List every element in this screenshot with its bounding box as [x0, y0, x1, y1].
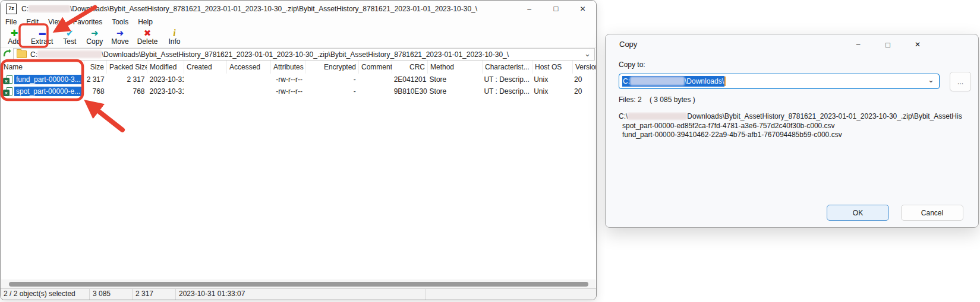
column-header-version[interactable]: Version: [573, 61, 597, 74]
dialog-minimize-button[interactable]: –: [849, 36, 868, 53]
cell-packed: 2 317: [107, 74, 147, 85]
column-header-packed[interactable]: Packed Size: [107, 61, 147, 74]
column-header-created[interactable]: Created: [184, 61, 227, 74]
cell-characteristics: UT : Descrip...: [481, 85, 531, 97]
menu-tools[interactable]: Tools: [107, 17, 133, 27]
minimize-button[interactable]: –: [516, 1, 543, 17]
column-header-characteristics[interactable]: Characterist...: [483, 61, 532, 74]
selected-path-text: C:\Downloads\: [622, 76, 724, 87]
cell-accessed: [226, 74, 270, 85]
source-file-2: fund_part-00000-39410462-22a9-4b75-afb1-…: [622, 131, 842, 139]
toolbar-extract-button[interactable]: ▬Extract: [27, 27, 57, 46]
cell-version: 20: [572, 74, 595, 85]
dialog-close-button[interactable]: ✕: [908, 36, 927, 53]
cell-method: Store: [427, 85, 482, 97]
chevron-down-icon[interactable]: ⌄: [584, 49, 591, 60]
file-name: fund_part-00000-3...: [14, 75, 83, 84]
toolbar-copy-button[interactable]: ➜Copy: [82, 27, 107, 46]
toolbar-button-label: Delete: [137, 38, 158, 46]
root-folder-icon[interactable]: [2, 48, 13, 61]
column-header-method[interactable]: Method: [428, 61, 483, 74]
toolbar-button-label: Test: [63, 38, 76, 46]
address-path: C:\Downloads\Bybit_AssetHistory_8781621_…: [30, 50, 509, 59]
cell-characteristics: UT : Descrip...: [481, 74, 531, 85]
cell-encrypted: -: [305, 85, 358, 97]
cell-accessed: [226, 85, 270, 97]
cell-created: [184, 85, 226, 97]
file-name: spot_part-00000-e...: [14, 87, 82, 96]
column-header-crc[interactable]: CRC: [392, 61, 428, 74]
column-header-attributes[interactable]: Attributes: [271, 61, 305, 74]
cell-host_os: Unix: [531, 74, 572, 85]
cell-size: 768: [84, 85, 107, 97]
7zip-app-icon: 7z: [6, 4, 17, 14]
column-header-host_os[interactable]: Host OS: [532, 61, 573, 74]
cell-attributes: -rw-r--r--: [270, 74, 305, 85]
chevron-down-icon[interactable]: ⌄: [928, 75, 934, 84]
redacted-blur: [630, 77, 685, 85]
source-file-1: spot_part-00000-ed85f2ca-f7fd-4781-a3e6-…: [622, 122, 835, 130]
menu-edit[interactable]: Edit: [21, 17, 43, 27]
destination-path-input[interactable]: C:\Downloads\ ⌄: [619, 74, 940, 89]
cell-crc: 2E041201: [392, 74, 427, 85]
csv-file-icon: x: [3, 87, 13, 96]
desktop-canvas: 7z C:\Downloads\Bybit_AssetHistory_87816…: [0, 0, 980, 302]
status-cell: 2 317: [133, 289, 176, 300]
extract-icon: ▬: [39, 28, 45, 38]
cell-encrypted: -: [305, 74, 358, 85]
horizontal-scrollbar[interactable]: [1, 279, 595, 289]
file-list: xfund_part-00000-3...2 3172 3172023-10-3…: [1, 74, 595, 279]
toolbar-button-label: Extract: [31, 38, 53, 46]
menu-view[interactable]: View: [43, 17, 68, 27]
test-icon: ✔: [66, 28, 74, 38]
toolbar-button-label: Move: [111, 38, 128, 46]
column-header-size[interactable]: Size: [84, 61, 107, 74]
dialog-maximize-button[interactable]: □: [878, 36, 897, 53]
cell-name: xspot_part-00000-e...: [1, 85, 84, 97]
toolbar-delete-button[interactable]: ✖Delete: [133, 27, 162, 46]
file-row[interactable]: xspot_part-00000-e...7687682023-10-31...…: [1, 85, 595, 97]
cell-attributes: -rw-r--r--: [270, 85, 305, 97]
folder-icon: [17, 50, 27, 58]
toolbar-move-button[interactable]: ➜Move: [107, 27, 133, 46]
column-header-modified[interactable]: Modified: [147, 61, 184, 74]
info-icon: i: [173, 28, 175, 38]
browse-button[interactable]: ...: [950, 72, 971, 91]
address-input[interactable]: C:\Downloads\Bybit_AssetHistory_8781621_…: [13, 48, 595, 61]
file-row[interactable]: xfund_part-00000-3...2 3172 3172023-10-3…: [1, 74, 595, 85]
maximize-button[interactable]: □: [543, 1, 569, 17]
menu-favorites[interactable]: Favorites: [68, 17, 107, 27]
close-button[interactable]: ✕: [569, 1, 596, 17]
status-bar: 2 / 2 object(s) selected3 0852 3172023-1…: [1, 288, 596, 300]
text-caret: [724, 77, 726, 86]
delete-icon: ✖: [144, 28, 152, 38]
column-header-encrypted[interactable]: Encrypted: [305, 61, 359, 74]
status-cell: 3 085: [90, 289, 133, 300]
column-header-comment[interactable]: Comment: [359, 61, 392, 74]
cell-name: xfund_part-00000-3...: [1, 74, 84, 85]
menu-file[interactable]: File: [1, 17, 21, 27]
cell-method: Store: [427, 74, 482, 85]
cell-packed: 768: [107, 85, 147, 97]
cancel-button[interactable]: Cancel: [901, 205, 963, 221]
titlebar[interactable]: 7z C:\Downloads\Bybit_AssetHistory_87816…: [1, 1, 596, 17]
status-cell: 2 / 2 object(s) selected: [1, 289, 90, 300]
toolbar-test-button[interactable]: ✔Test: [57, 27, 82, 46]
redacted-blur: [37, 50, 102, 58]
column-header-name[interactable]: Name: [1, 61, 84, 74]
csv-x-glyph: x: [3, 78, 10, 84]
menu-bar: FileEditViewFavoritesToolsHelp: [1, 17, 596, 27]
cell-comment: [358, 85, 392, 97]
copy-to-label: Copy to:: [619, 61, 645, 69]
column-header-accessed[interactable]: Accessed: [227, 61, 271, 74]
toolbar-info-button[interactable]: iInfo: [162, 27, 187, 46]
scrollbar-thumb[interactable]: [9, 282, 588, 287]
toolbar-add-button[interactable]: ✚Add: [2, 27, 27, 46]
menu-help[interactable]: Help: [133, 17, 157, 27]
cell-crc: 9B810E30: [392, 85, 427, 97]
redacted-blur: [628, 113, 687, 120]
copy-dialog: Copy – □ ✕ Copy to: C:\Downloads\ ⌄ ... …: [605, 34, 979, 228]
files-summary: Files: 2 ( 3 085 bytes ): [619, 96, 695, 104]
ok-button[interactable]: OK: [827, 205, 889, 221]
cell-modified: 2023-10-31...: [147, 85, 184, 97]
